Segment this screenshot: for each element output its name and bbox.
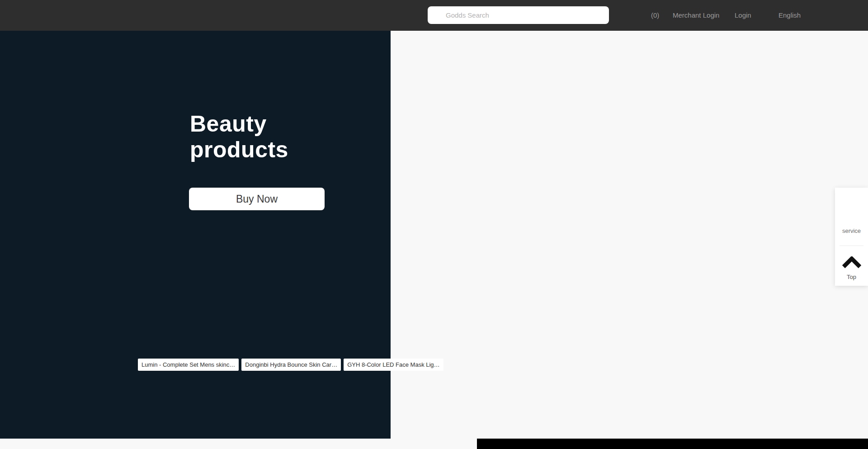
product-tag[interactable]: GYH 8-Color LED Face Mask Lig…: [344, 359, 443, 371]
hero-banner: Beauty products Buy Now Lumin - Complete…: [0, 31, 391, 439]
buy-now-button[interactable]: Buy Now: [189, 188, 325, 210]
search-input[interactable]: [428, 6, 609, 24]
product-tag-row: Lumin - Complete Set Mens skinc… Donginb…: [138, 359, 443, 371]
language-selector[interactable]: English: [778, 0, 801, 31]
hero-title-line1: Beauty: [190, 111, 288, 137]
bottom-section-bar: [477, 439, 868, 449]
product-tag[interactable]: Donginbi Hydra Bounce Skin Car…: [241, 359, 341, 371]
login-link[interactable]: Login: [735, 0, 751, 31]
service-button[interactable]: service: [835, 188, 868, 246]
product-tag[interactable]: Lumin - Complete Set Mens skinc…: [138, 359, 239, 371]
storefront-page: (0) Merchant Login Login English Beauty …: [0, 0, 868, 449]
back-to-top-label: Top: [835, 274, 868, 280]
hero-title: Beauty products: [190, 111, 288, 163]
service-label: service: [835, 227, 868, 234]
merchant-login-link[interactable]: Merchant Login: [673, 0, 719, 31]
cart-count[interactable]: (0): [651, 0, 659, 31]
chevron-up-icon: [842, 256, 862, 268]
top-header: (0) Merchant Login Login English: [0, 0, 868, 31]
floating-side-panel: service Top: [835, 188, 868, 286]
back-to-top-button[interactable]: Top: [835, 246, 868, 286]
hero-title-line2: products: [190, 137, 288, 163]
